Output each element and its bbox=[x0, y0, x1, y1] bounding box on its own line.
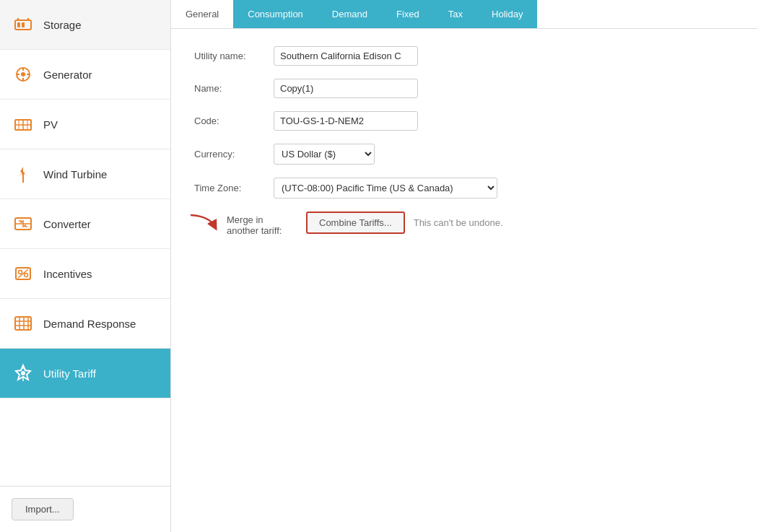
tab-holiday[interactable]: Holiday bbox=[477, 0, 537, 28]
svg-point-33 bbox=[21, 371, 25, 375]
generator-icon bbox=[12, 63, 35, 86]
sidebar-item-demand-response-label: Demand Response bbox=[43, 318, 136, 330]
wind-turbine-icon bbox=[12, 162, 35, 186]
sidebar-item-utility-tariff[interactable]: Utility Tariff bbox=[0, 349, 170, 398]
demand-response-icon bbox=[12, 312, 35, 335]
sidebar-item-storage[interactable]: Storage bbox=[0, 0, 170, 50]
timezone-label: Time Zone: bbox=[194, 183, 274, 193]
merge-controls: Combine Tariffs... This can't be undone. bbox=[306, 212, 503, 234]
sidebar-bottom: Import... bbox=[0, 486, 170, 532]
import-button[interactable]: Import... bbox=[12, 498, 74, 520]
svg-point-22 bbox=[25, 274, 28, 277]
currency-row: Currency: US Dollar ($) Euro (€) British… bbox=[194, 144, 735, 165]
code-row: Code: bbox=[194, 111, 735, 131]
main-content: General Consumption Demand Fixed Tax Hol… bbox=[171, 0, 758, 532]
currency-select[interactable]: US Dollar ($) Euro (€) British Pound (£) bbox=[274, 144, 375, 165]
tab-consumption[interactable]: Consumption bbox=[233, 0, 318, 28]
sidebar-item-incentives[interactable]: Incentives bbox=[0, 249, 170, 299]
utility-tariff-icon bbox=[12, 362, 35, 385]
currency-label: Currency: bbox=[194, 149, 274, 160]
warning-text: This can't be undone. bbox=[414, 217, 503, 228]
sidebar-item-incentives-label: Incentives bbox=[43, 268, 92, 280]
svg-rect-2 bbox=[22, 22, 25, 27]
form-area: Utility name: Name: Code: Currency: US D… bbox=[171, 29, 758, 532]
combine-tariffs-button[interactable]: Combine Tariffs... bbox=[306, 212, 405, 234]
name-label: Name: bbox=[194, 83, 274, 94]
name-input[interactable] bbox=[274, 79, 418, 98]
timezone-row: Time Zone: (UTC-08:00) Pacific Time (US … bbox=[194, 178, 735, 199]
sidebar-item-pv-label: PV bbox=[43, 118, 58, 131]
pv-icon bbox=[12, 113, 35, 136]
utility-name-label: Utility name: bbox=[194, 51, 274, 61]
utility-name-row: Utility name: bbox=[194, 46, 735, 66]
svg-point-21 bbox=[19, 271, 22, 274]
tabs-bar: General Consumption Demand Fixed Tax Hol… bbox=[171, 0, 758, 29]
sidebar-item-generator[interactable]: Generator bbox=[0, 50, 170, 100]
sidebar-item-pv[interactable]: PV bbox=[0, 100, 170, 149]
code-label: Code: bbox=[194, 115, 274, 126]
tab-fixed[interactable]: Fixed bbox=[382, 0, 434, 28]
tab-demand[interactable]: Demand bbox=[318, 0, 382, 28]
merge-label: Merge in another tariff: bbox=[227, 212, 306, 236]
sidebar-item-wind-turbine-label: Wind Turbine bbox=[43, 168, 107, 180]
sidebar-item-converter-label: Converter bbox=[43, 218, 91, 230]
sidebar-item-converter[interactable]: Converter bbox=[0, 199, 170, 249]
sidebar-item-storage-label: Storage bbox=[43, 19, 82, 31]
svg-point-6 bbox=[21, 72, 25, 77]
tab-general[interactable]: General bbox=[171, 0, 233, 28]
merge-row: Merge in another tariff: Combine Tariffs… bbox=[194, 212, 735, 240]
tab-tax[interactable]: Tax bbox=[434, 0, 477, 28]
incentives-icon bbox=[12, 262, 35, 285]
svg-rect-1 bbox=[17, 22, 20, 27]
code-input[interactable] bbox=[274, 111, 418, 131]
storage-icon bbox=[12, 13, 35, 36]
utility-name-input[interactable] bbox=[274, 46, 418, 66]
sidebar-item-utility-tariff-label: Utility Tariff bbox=[43, 367, 96, 380]
converter-icon bbox=[12, 212, 35, 235]
sidebar-item-generator-label: Generator bbox=[43, 69, 92, 81]
name-row: Name: bbox=[194, 79, 735, 98]
sidebar-item-wind-turbine[interactable]: Wind Turbine bbox=[0, 149, 170, 199]
sidebar: Storage Generator PV bbox=[0, 0, 171, 532]
red-arrow-icon bbox=[187, 212, 219, 240]
sidebar-item-demand-response[interactable]: Demand Response bbox=[0, 299, 170, 349]
timezone-select[interactable]: (UTC-08:00) Pacific Time (US & Canada) (… bbox=[274, 178, 497, 199]
